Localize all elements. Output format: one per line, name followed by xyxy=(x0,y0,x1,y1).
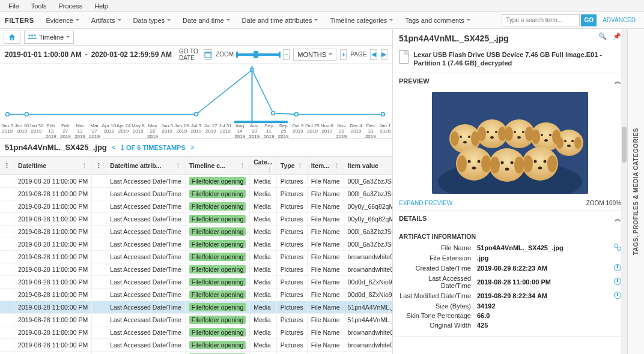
axis-tick: Oct 92019 xyxy=(291,124,305,138)
preview-section-header[interactable]: PREVIEW ︽ xyxy=(393,73,627,89)
timestamp-prev-button[interactable]: < xyxy=(112,143,116,152)
axis-tick: Apr 242019 xyxy=(117,124,131,138)
timeline-view-button[interactable]: Timeline xyxy=(24,31,74,44)
details-label: DETAILS xyxy=(399,215,427,222)
menu-tools[interactable]: Tools xyxy=(26,1,52,11)
detail-row: File Extension.jpg xyxy=(399,253,621,263)
column-header[interactable]: Date/time⋮ xyxy=(14,157,92,175)
clock-icon[interactable] xyxy=(614,264,621,271)
filter-date-and-time[interactable]: Date and time xyxy=(177,14,235,26)
calendar-icon xyxy=(204,51,211,58)
axis-tick: Jul 32019 xyxy=(189,124,203,138)
chevron-down-icon xyxy=(329,53,332,55)
table-row[interactable]: 2019-08-28 11:00:00 PMLast Accessed Date… xyxy=(0,200,392,213)
table-row[interactable]: 2019-08-28 11:00:00 PMLast Accessed Date… xyxy=(0,226,392,238)
svg-point-12 xyxy=(381,113,384,116)
axis-tick: Mar 132019 xyxy=(73,124,87,138)
gotodate-button[interactable] xyxy=(204,49,212,60)
clock-icon[interactable] xyxy=(614,292,621,299)
svg-rect-2 xyxy=(34,34,36,36)
search-go-button[interactable]: GO xyxy=(581,14,597,26)
table-row[interactable]: 2019-08-28 11:00:00 PMLast Accessed Date… xyxy=(0,289,392,301)
timestamp-position: 1 OF 6 TIMESTAMPS xyxy=(121,144,186,151)
axis-tick: Jan 22019 xyxy=(0,124,14,138)
table-row[interactable]: 2019-08-28 11:00:00 PMLast Accessed Date… xyxy=(0,238,392,251)
detail-row: Size (Bytes)34192 xyxy=(399,301,621,311)
table-row[interactable]: 2019-08-28 11:00:00 PMLast Accessed Date… xyxy=(0,326,392,339)
svg-rect-0 xyxy=(29,34,31,36)
related-icon[interactable] xyxy=(614,244,621,251)
clock-icon[interactable] xyxy=(614,278,621,285)
axis-tick: Aug 142019 xyxy=(232,124,247,138)
timeline-category-tag: File/folder opening xyxy=(189,316,246,324)
column-header[interactable]: Type⋮ xyxy=(276,157,307,175)
column-header[interactable]: Date/time attrib...⋮ xyxy=(106,157,186,175)
menu-help[interactable]: Help xyxy=(90,1,113,11)
menu-bar: File Tools Process Help xyxy=(0,0,644,12)
side-rail-tab[interactable]: TAGS, PROFILES & MEDIA CATEGORIES xyxy=(627,29,644,354)
svg-point-63 xyxy=(523,155,533,172)
page-prev-button[interactable]: ◀ xyxy=(370,49,377,60)
zoom-in-button[interactable]: + xyxy=(340,49,347,60)
filter-artifacts[interactable]: Artifacts xyxy=(85,14,127,26)
timeline-category-tag: File/folder opening xyxy=(189,177,246,185)
column-header[interactable]: Timeline c...⋮ xyxy=(185,157,249,175)
filter-data-types[interactable]: Data types xyxy=(127,14,177,26)
zoom-slider[interactable] xyxy=(237,53,279,56)
table-row[interactable]: 2019-08-28 11:00:00 PMLast Accessed Date… xyxy=(0,301,392,314)
table-row[interactable]: 2019-08-28 11:00:00 PMLast Accessed Date… xyxy=(0,352,392,355)
detail-row: Last Modified Date/Time2019-08-29 8:22:3… xyxy=(399,290,621,301)
column-header[interactable]: Cate...⋮ xyxy=(250,157,277,175)
home-icon xyxy=(8,33,16,41)
axis-tick: Feb 132019 xyxy=(44,124,58,138)
detail-row: Skin Tone Percentage66.0 xyxy=(399,311,621,320)
column-header[interactable]: ⋮ xyxy=(92,157,106,175)
table-row[interactable]: 2019-08-28 11:00:00 PMLast Accessed Date… xyxy=(0,314,392,326)
details-section-header[interactable]: DETAILS ︽ xyxy=(393,211,627,227)
table-row[interactable]: 2019-08-28 11:00:00 PMLast Accessed Date… xyxy=(0,213,392,226)
filter-bar: FILTERS EvidenceArtifactsData typesDate … xyxy=(0,12,644,29)
zoom-slider-handle[interactable] xyxy=(254,51,258,58)
chevron-down-icon xyxy=(118,19,121,21)
advanced-search-link[interactable]: ADVANCED xyxy=(598,17,640,23)
timeline-category-tag: File/folder opening xyxy=(189,278,246,286)
timeline-chart[interactable]: Jan 22019Jan 162019Jan 302019Feb 132019F… xyxy=(0,64,392,139)
search-detail-icon[interactable]: 🔍 xyxy=(598,32,607,40)
filter-timeline-categories[interactable]: Timeline categories xyxy=(324,14,399,26)
filter-tags-and-comments[interactable]: Tags and comments xyxy=(399,14,476,26)
pin-icon[interactable]: 📌 xyxy=(613,32,621,40)
column-header[interactable]: Item...⋮ xyxy=(307,157,344,175)
search-input[interactable] xyxy=(502,14,580,26)
table-row[interactable]: 2019-08-28 11:00:00 PMLast Accessed Date… xyxy=(0,188,392,200)
zoom-out-button[interactable]: − xyxy=(283,49,290,60)
column-header[interactable]: ⋮ xyxy=(0,157,14,175)
zoom-unit-select[interactable]: MONTHS xyxy=(293,49,336,61)
page-next-button[interactable]: ▶ xyxy=(381,49,387,60)
scrollbar[interactable] xyxy=(621,29,627,354)
column-header[interactable]: Item value⋮ xyxy=(344,157,392,175)
chevron-down-icon xyxy=(66,36,70,38)
axis-tick: Dec 182019 xyxy=(363,124,378,138)
timeline-category-tag: File/folder opening xyxy=(189,190,246,198)
svg-point-11 xyxy=(294,113,298,116)
svg-point-57 xyxy=(556,137,564,149)
expand-preview-link[interactable]: EXPAND PREVIEW xyxy=(399,200,452,206)
home-button[interactable] xyxy=(4,31,20,44)
table-row[interactable]: 2019-08-28 11:00:00 PMLast Accessed Date… xyxy=(0,339,392,352)
filter-evidence[interactable]: Evidence xyxy=(40,14,85,26)
filter-date-and-time-attributes[interactable]: Date and time attributes xyxy=(236,14,324,26)
axis-tick: Oct 232019 xyxy=(305,124,320,138)
detail-row: Original Width425 xyxy=(399,320,621,330)
svg-point-26 xyxy=(468,136,470,138)
table-row[interactable]: 2019-08-28 11:00:00 PMLast Accessed Date… xyxy=(0,276,392,289)
timestamp-next-button[interactable]: > xyxy=(190,143,195,152)
svg-point-53 xyxy=(505,127,513,141)
results-table[interactable]: ⋮Date/time⋮⋮Date/time attrib...⋮Timeline… xyxy=(0,157,392,354)
table-row[interactable]: 2019-08-28 11:00:00 PMLast Accessed Date… xyxy=(0,251,392,263)
table-row[interactable]: 2019-08-28 11:00:00 PMLast Accessed Date… xyxy=(0,175,392,188)
menu-file[interactable]: File xyxy=(4,1,24,11)
view-toolbar: Timeline xyxy=(0,29,392,46)
chevron-down-icon xyxy=(314,19,318,21)
table-row[interactable]: 2019-08-28 11:00:00 PMLast Accessed Date… xyxy=(0,263,392,276)
menu-process[interactable]: Process xyxy=(53,1,87,11)
